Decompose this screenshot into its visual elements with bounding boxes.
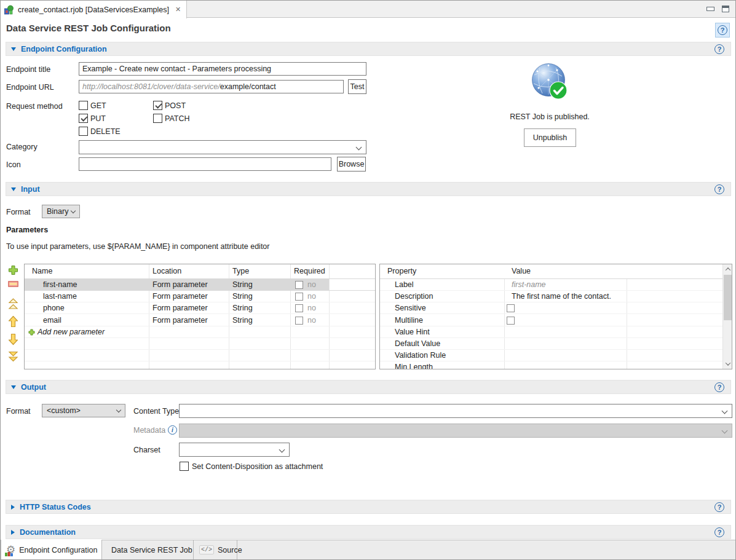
- method-post-checkbox[interactable]: [153, 101, 162, 110]
- add-parameter-icon[interactable]: [8, 265, 18, 275]
- help-icon[interactable]: ?: [714, 382, 724, 392]
- maximize-icon[interactable]: [722, 6, 729, 12]
- section-http-status-codes[interactable]: HTTP Status Codes ?: [6, 500, 731, 514]
- col-name: Name: [32, 267, 52, 275]
- endpoint-url-input[interactable]: http://localhost:8081/clover/data-servic…: [79, 80, 344, 93]
- help-icon[interactable]: ?: [714, 527, 724, 537]
- help-icon[interactable]: ?: [714, 44, 724, 54]
- input-format-dropdown[interactable]: Binary: [42, 205, 80, 218]
- parameters-hint: To use input parameters, use ${PARAM_NAM…: [6, 242, 269, 251]
- output-format-value: <custom>: [47, 406, 81, 415]
- move-top-icon[interactable]: [8, 298, 18, 310]
- output-format-dropdown[interactable]: <custom>: [42, 404, 125, 417]
- input-format-label: Format: [6, 208, 31, 216]
- property-value: first-name: [512, 280, 546, 289]
- property-row[interactable]: Description The first name of the contac…: [380, 291, 732, 302]
- test-button[interactable]: Test: [348, 79, 366, 94]
- sensitive-checkbox[interactable]: [507, 304, 515, 312]
- section-documentation[interactable]: Documentation ?: [6, 525, 731, 539]
- published-check-icon: [550, 82, 567, 99]
- page-help-button[interactable]: ?: [715, 23, 730, 37]
- property-table[interactable]: Property Value Label first-name Descript…: [379, 264, 732, 369]
- table-row[interactable]: phone Form parameter String no: [25, 302, 375, 314]
- required-checkbox[interactable]: [295, 281, 303, 289]
- scrollbar-thumb[interactable]: [724, 275, 732, 320]
- method-post-label: POST: [165, 101, 186, 110]
- method-get-label: GET: [90, 101, 106, 110]
- add-parameter-row[interactable]: Add new parameter: [25, 326, 375, 338]
- move-bottom-icon[interactable]: [8, 351, 18, 362]
- move-up-icon[interactable]: [8, 315, 18, 328]
- required-text: no: [307, 292, 316, 301]
- endpoint-title-label: Endpoint title: [6, 65, 50, 74]
- required-checkbox[interactable]: [295, 293, 303, 301]
- multiline-checkbox[interactable]: [507, 317, 515, 325]
- property-row[interactable]: Sensitive: [380, 302, 732, 314]
- move-down-icon[interactable]: [8, 333, 18, 345]
- content-disposition-checkbox[interactable]: [180, 462, 189, 471]
- property-table-scrollbar[interactable]: [722, 264, 732, 369]
- bottom-tabbar: ⚙ Endpoint Configuration Data Service RE…: [1, 540, 735, 559]
- table-row[interactable]: email Form parameter String no: [25, 315, 375, 326]
- param-name: email: [43, 316, 61, 325]
- property-row[interactable]: Min Length: [380, 361, 732, 369]
- tab-endpoint-configuration[interactable]: ⚙ Endpoint Configuration: [1, 540, 102, 560]
- property-row[interactable]: Validation Rule: [380, 350, 732, 361]
- property-row[interactable]: Label first-name: [380, 279, 732, 291]
- parameters-heading: Parameters: [6, 226, 48, 234]
- icon-path-input[interactable]: [79, 157, 331, 171]
- tab-label: Data Service REST Job: [111, 546, 192, 554]
- required-checkbox[interactable]: [295, 304, 303, 312]
- source-code-icon: </>: [199, 545, 214, 554]
- category-combo[interactable]: [79, 140, 366, 154]
- section-title: Documentation: [20, 528, 76, 537]
- parameters-table[interactable]: Name Location Type Required first-name F…: [24, 264, 376, 369]
- param-type: String: [232, 280, 253, 289]
- table-row[interactable]: first-name Form parameter String no: [25, 279, 375, 291]
- table-row[interactable]: last-name Form parameter String no: [25, 291, 375, 302]
- param-type: String: [232, 304, 253, 312]
- tab-data-service-rest-job[interactable]: Data Service REST Job: [103, 540, 194, 560]
- help-icon[interactable]: ?: [714, 184, 724, 194]
- editor-tab-create-contact[interactable]: create_contact.rjob [DataServicesExample…: [1, 1, 187, 18]
- method-get-checkbox[interactable]: [79, 101, 88, 110]
- content-type-combo[interactable]: [179, 404, 732, 418]
- browse-button[interactable]: Browse: [337, 157, 366, 172]
- param-name: phone: [43, 304, 65, 312]
- section-input[interactable]: Input ?: [6, 182, 731, 196]
- remove-parameter-icon[interactable]: [8, 281, 18, 287]
- published-globe-icon: [530, 63, 571, 105]
- unpublish-button[interactable]: Unpublish: [524, 128, 576, 147]
- tab-source[interactable]: </> Source: [194, 540, 237, 560]
- empty-row: [25, 350, 375, 361]
- chevron-down-icon: [11, 385, 16, 389]
- scroll-down-icon[interactable]: [723, 359, 732, 369]
- param-location: Form parameter: [152, 304, 208, 312]
- method-delete-label: DELETE: [90, 127, 121, 136]
- publish-status-text: REST Job is published.: [486, 112, 613, 121]
- page-title: Data Service REST Job Configuration: [6, 23, 171, 33]
- method-put-checkbox[interactable]: [79, 114, 88, 123]
- scroll-up-icon[interactable]: [723, 264, 732, 274]
- param-location: Form parameter: [152, 292, 208, 301]
- section-endpoint-configuration[interactable]: Endpoint Configuration ?: [6, 42, 731, 56]
- section-output[interactable]: Output ?: [6, 380, 731, 394]
- param-name: first-name: [43, 280, 77, 289]
- chevron-right-icon: [11, 505, 15, 510]
- endpoint-title-input[interactable]: [79, 62, 366, 76]
- help-icon: ?: [718, 25, 727, 35]
- method-patch-checkbox[interactable]: [153, 114, 162, 123]
- charset-combo[interactable]: [179, 443, 290, 457]
- required-checkbox[interactable]: [295, 317, 303, 325]
- chevron-down-icon: [11, 47, 16, 51]
- endpoint-url-label: Endpoint URL: [6, 83, 54, 92]
- param-location: Form parameter: [152, 280, 208, 289]
- property-row[interactable]: Multiline: [380, 315, 732, 326]
- minimize-icon[interactable]: [706, 7, 714, 11]
- method-delete-checkbox[interactable]: [79, 127, 88, 136]
- info-icon[interactable]: i: [168, 425, 177, 435]
- property-row[interactable]: Value Hint: [380, 326, 732, 338]
- property-row[interactable]: Default Value: [380, 338, 732, 350]
- close-icon[interactable]: ✕: [175, 6, 181, 14]
- help-icon[interactable]: ?: [714, 502, 724, 512]
